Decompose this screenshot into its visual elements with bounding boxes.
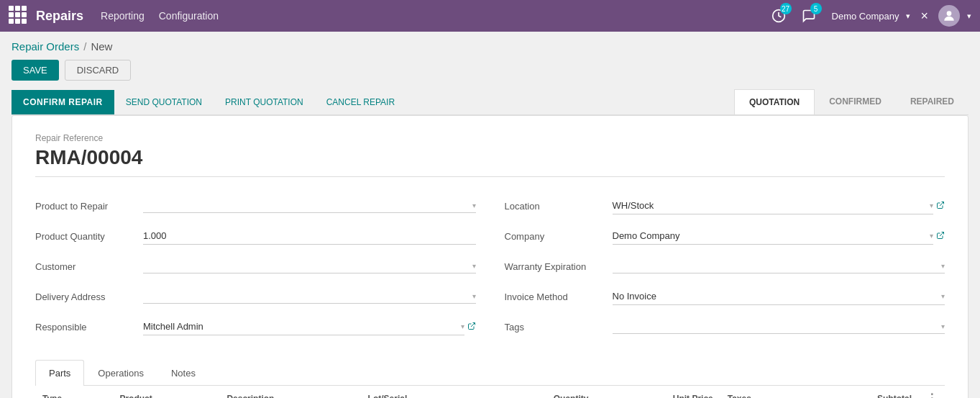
top-menu: Reporting Configuration [101,10,767,22]
nav-right: 27 5 Demo Company ▾ × ▾ [767,4,971,27]
repair-reference: RMA/00004 [35,146,945,177]
messages-button[interactable]: 5 [797,4,820,27]
responsible-field-wrapper: Mitchell Admin ▾ [143,318,476,335]
svg-line-2 [471,322,475,327]
input-responsible[interactable]: Mitchell Admin ▾ [143,318,464,335]
input-product-quantity[interactable] [143,227,476,245]
menu-reporting[interactable]: Reporting [101,10,145,22]
status-stages: QUOTATION CONFIRMED REPAIRED [734,89,968,114]
company-dropdown-arrow[interactable]: ▾ [906,12,910,21]
table-header: Type Product Description Lot/Serial Quan… [35,386,945,398]
input-company[interactable]: Demo Company ▾ [613,227,934,245]
breadcrumb-separator: / [83,40,86,53]
field-customer: Customer ▾ [35,255,476,278]
page-area: Repair Orders / New SAVE DISCARD CONFIRM… [0,32,980,398]
responsible-external-link-icon[interactable] [467,322,476,333]
send-quotation-button[interactable]: SEND QUOTATION [114,90,214,114]
ref-label: Repair Reference [35,133,945,143]
breadcrumb-current: New [91,40,112,53]
input-tags[interactable]: ▾ [613,320,945,334]
avatar-dropdown-arrow[interactable]: ▾ [967,12,971,21]
input-invoice-method[interactable]: No Invoice ▾ [613,288,945,305]
activity-count: 27 [780,3,792,14]
label-tags: Tags [505,322,613,333]
col-product: Product [112,386,219,398]
menu-configuration[interactable]: Configuration [159,10,219,22]
stage-quotation[interactable]: QUOTATION [734,89,815,114]
customer-dropdown-arrow: ▾ [472,262,476,270]
cancel-repair-button[interactable]: CANCEL REPAIR [315,90,406,114]
location-external-link-icon[interactable] [936,201,945,212]
label-product-quantity: Product Quantity [35,231,143,242]
label-warranty-expiration: Warranty Expiration [505,261,613,272]
form-left-col: Product to Repair ▾ Product Quantity [35,194,476,345]
label-product-to-repair: Product to Repair [35,201,143,212]
status-actions: CONFIRM REPAIR SEND QUOTATION PRINT QUOT… [12,89,406,114]
input-customer[interactable]: ▾ [143,259,476,273]
location-dropdown-arrow: ▾ [930,202,933,209]
col-taxes: Taxes [720,386,807,398]
user-avatar[interactable] [938,5,960,27]
col-type: Type [35,386,112,398]
label-delivery-address: Delivery Address [35,291,143,302]
discard-button[interactable]: DISCARD [65,60,132,81]
product-dropdown-arrow: ▾ [472,202,476,209]
label-company: Company [505,231,613,242]
col-unit-price: Unit Price [595,386,720,398]
field-company: Company Demo Company ▾ [505,225,945,248]
company-external-link-icon[interactable] [936,231,945,242]
form-right-col: Location WH/Stock ▾ [505,194,945,345]
input-product-to-repair[interactable]: ▾ [143,199,476,213]
label-invoice-method: Invoice Method [505,291,613,302]
close-button[interactable]: × [920,9,928,24]
breadcrumb: Repair Orders / New [12,40,968,53]
field-delivery-address: Delivery Address ▾ [35,285,476,308]
tab-parts[interactable]: Parts [35,360,84,386]
col-lot-serial: Lot/Serial [361,386,483,398]
breadcrumb-parent[interactable]: Repair Orders [12,40,79,53]
field-warranty-expiration: Warranty Expiration ▾ [505,255,945,278]
company-field-wrapper: Demo Company ▾ [613,227,945,245]
company-dropdown-arrow: ▾ [930,232,933,240]
location-field-wrapper: WH/Stock ▾ [613,197,945,214]
delivery-dropdown-arrow: ▾ [472,292,476,300]
input-warranty-expiration[interactable]: ▾ [613,259,945,273]
stage-confirmed[interactable]: CONFIRMED [815,89,896,114]
field-tags: Tags ▾ [505,315,945,338]
svg-line-3 [940,202,944,206]
tab-notes[interactable]: Notes [157,360,209,386]
messages-count: 5 [810,3,822,14]
field-product-quantity: Product Quantity [35,225,476,248]
form-card: Repair Reference RMA/00004 Product to Re… [12,115,968,398]
responsible-dropdown-arrow: ▾ [461,322,464,330]
company-selector[interactable]: Demo Company [832,11,899,22]
label-responsible: Responsible [35,322,143,333]
app-title: Repairs [36,9,83,24]
avatar-icon [942,9,956,23]
label-location: Location [505,201,613,212]
field-responsible: Responsible Mitchell Admin ▾ [35,315,476,338]
form-grid: Product to Repair ▾ Product Quantity [35,194,945,345]
tabs-bar: Parts Operations Notes [35,360,945,386]
invoice-dropdown-arrow: ▾ [941,292,945,300]
col-actions: ⋮ [919,386,945,398]
parts-table: Type Product Description Lot/Serial Quan… [35,386,945,398]
confirm-repair-button[interactable]: CONFIRM REPAIR [12,90,114,114]
svg-line-4 [940,232,944,236]
tab-operations[interactable]: Operations [84,360,157,386]
print-quotation-button[interactable]: PRINT QUOTATION [214,90,315,114]
action-bar: SAVE DISCARD [12,60,968,81]
save-button[interactable]: SAVE [12,60,59,81]
table-kebab-icon[interactable]: ⋮ [926,392,938,398]
field-location: Location WH/Stock ▾ [505,194,945,217]
warranty-dropdown-arrow: ▾ [941,262,945,270]
app-grid-icon[interactable] [9,6,29,26]
input-delivery-address[interactable]: ▾ [143,289,476,304]
col-quantity: Quantity [483,386,596,398]
svg-point-1 [947,11,952,16]
stage-repaired[interactable]: REPAIRED [896,89,968,114]
activity-button[interactable]: 27 [767,4,790,27]
top-navigation: Repairs Reporting Configuration 27 5 Dem… [0,0,980,32]
status-bar: CONFIRM REPAIR SEND QUOTATION PRINT QUOT… [12,89,968,115]
input-location[interactable]: WH/Stock ▾ [613,197,934,214]
